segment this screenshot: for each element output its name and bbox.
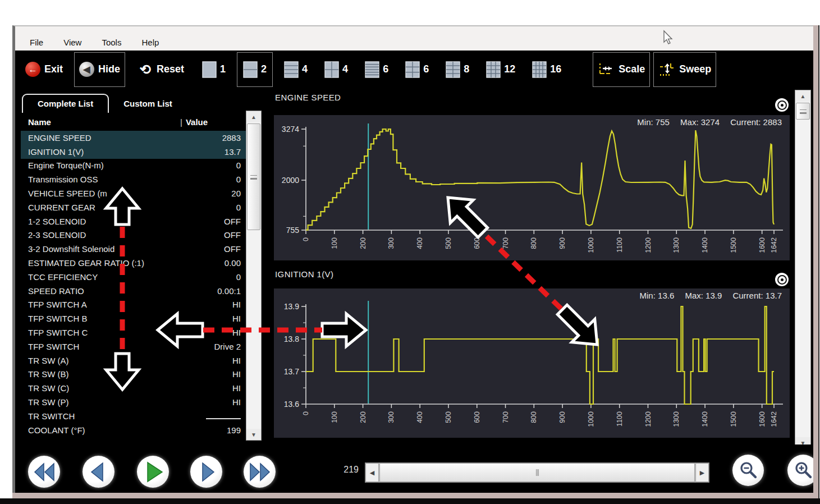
- scroll-down-icon[interactable]: ▼: [246, 429, 261, 440]
- table-row[interactable]: TR SW (P)HI: [21, 395, 246, 409]
- rewind-button[interactable]: [28, 456, 60, 488]
- scroll-right-icon[interactable]: ▶: [695, 463, 709, 482]
- tab-complete-list[interactable]: Complete List: [22, 94, 109, 113]
- table-row[interactable]: TCC EFFICIENCY0: [21, 270, 246, 284]
- x-tick-label: 600: [473, 237, 481, 249]
- y-tick-label: 13.7: [284, 367, 299, 376]
- grid-4x1-icon: [284, 61, 299, 78]
- table-row[interactable]: TFP SWITCH CHI: [21, 326, 246, 340]
- layout-button-label: 2: [261, 63, 267, 75]
- table-row[interactable]: IGNITION 1(V)13.7: [21, 145, 246, 159]
- layout-6-pane-button-4[interactable]: 6: [359, 53, 394, 86]
- param-name: ENGINE SPEED: [21, 133, 222, 143]
- x-tick-label: 500: [445, 237, 452, 249]
- table-row[interactable]: TR SW (B)HI: [21, 368, 246, 382]
- param-name: ESTIMATED GEAR RATIO (:1): [21, 258, 225, 268]
- menu-items: FileViewToolsHelp: [15, 38, 159, 51]
- play-button[interactable]: [137, 456, 169, 488]
- y-tick-label: 13.9: [284, 302, 299, 311]
- record-button[interactable]: [775, 98, 789, 112]
- table-row[interactable]: TFP SWITCHDrive 2: [21, 340, 246, 354]
- step-forward-button[interactable]: [190, 456, 222, 488]
- layout-2-pane-button-1[interactable]: 2: [237, 52, 273, 87]
- tab-custom-list[interactable]: Custom List: [109, 95, 187, 113]
- engine-speed-chart[interactable]: Min: 755 Max: 3274 Current: 288332742000…: [274, 115, 790, 260]
- timeline-scrollbar-thumb[interactable]: [379, 463, 695, 482]
- table-row[interactable]: 2-3 SOLENOIDOFF: [21, 228, 246, 242]
- grid-4x2-icon: [446, 61, 460, 78]
- x-tick-label: 800: [530, 411, 538, 423]
- x-tick-label: 900: [558, 237, 566, 249]
- list-scrollbar-thumb[interactable]: [247, 123, 261, 230]
- record-dot-icon: [777, 275, 787, 285]
- data-trace: [306, 306, 774, 404]
- table-row[interactable]: 1-2 SOLENOIDOFF: [21, 214, 246, 228]
- param-value: HI: [232, 397, 246, 407]
- table-row[interactable]: CURRENT GEAR0: [21, 200, 246, 214]
- x-tick-label: 1300: [672, 237, 680, 253]
- scroll-up-icon[interactable]: ▲: [246, 111, 261, 122]
- exit-button[interactable]: ← Exit: [21, 53, 67, 86]
- grid-2x2-icon: [324, 61, 339, 78]
- param-value: 199: [227, 425, 246, 435]
- reset-button[interactable]: ⟲ Reset: [133, 53, 189, 86]
- scroll-up-icon[interactable]: ▲: [795, 90, 810, 102]
- column-header-value: |Value: [180, 117, 208, 127]
- menu-item-help[interactable]: Help: [141, 38, 159, 47]
- column-header-value-label: Value: [186, 117, 208, 127]
- param-value: HI: [232, 383, 246, 393]
- hide-arrow-icon: ◀: [79, 62, 94, 77]
- fast-forward-button[interactable]: [244, 456, 276, 488]
- x-tick-label: 1200: [644, 237, 652, 253]
- table-row[interactable]: Transmission OSS0: [21, 172, 246, 186]
- ignition-chart[interactable]: Min: 13.6 Max: 13.9 Current: 13.713.913.…: [274, 288, 790, 438]
- layout-16-pane-button-8[interactable]: 16: [526, 53, 567, 86]
- timeline-scrollbar[interactable]: ◀ ▶: [365, 462, 709, 483]
- engine-speed-chart-panel: Min: 755 Max: 3274 Current: 288332742000…: [274, 115, 790, 260]
- layout-6-pane-button-5[interactable]: 6: [400, 53, 434, 86]
- table-row[interactable]: TR SW (A)HI: [21, 354, 246, 368]
- layout-12-pane-button-7[interactable]: 12: [480, 53, 521, 86]
- table-row[interactable]: Engine Torque(N-m)0: [21, 159, 246, 173]
- table-row[interactable]: TFP SWITCH AHI: [21, 298, 246, 312]
- table-row[interactable]: TR SWITCH: [21, 409, 246, 423]
- table-row[interactable]: COOLANT (°F)199: [21, 423, 246, 437]
- param-name: TFP SWITCH B: [21, 314, 232, 323]
- table-row[interactable]: TR SW (C)HI: [21, 381, 246, 395]
- table-row[interactable]: VEHICLE SPEED (m20: [21, 186, 246, 200]
- menu-item-tools[interactable]: Tools: [102, 38, 121, 47]
- y-tick-label: 13.6: [284, 400, 299, 409]
- param-value-line: [206, 413, 241, 419]
- sweep-button[interactable]: Sweep: [653, 52, 716, 87]
- record-button[interactable]: [775, 273, 789, 286]
- param-name: TR SW (A): [21, 356, 232, 365]
- chart-area-scrollbar[interactable]: ▲ ▼: [795, 90, 811, 449]
- layout-button-label: 12: [504, 63, 515, 75]
- hide-button[interactable]: ◀ Hide: [74, 52, 125, 87]
- grid-1x1-icon: [202, 61, 217, 78]
- menu-item-file[interactable]: File: [30, 38, 43, 47]
- chart-title: ENGINE SPEED: [275, 93, 341, 102]
- chart-scrollbar-thumb[interactable]: [796, 103, 810, 120]
- x-tick-label: 1400: [701, 411, 709, 427]
- table-row[interactable]: ENGINE SPEED2883: [21, 131, 246, 145]
- zoom-out-button[interactable]: [732, 455, 764, 486]
- param-name: TFP SWITCH A: [21, 300, 232, 309]
- param-value: HI: [232, 300, 246, 309]
- layout-1-pane-button-0[interactable]: 1: [196, 53, 231, 86]
- parameter-table: ENGINE SPEED2883IGNITION 1(V)13.7Engine …: [21, 131, 246, 437]
- scroll-left-icon[interactable]: ◀: [365, 463, 379, 482]
- list-scrollbar[interactable]: ▲ ▼: [246, 111, 262, 441]
- table-row[interactable]: ESTIMATED GEAR RATIO (:1)0.00: [21, 256, 246, 270]
- x-tick-label: 700: [502, 411, 510, 423]
- layout-8-pane-button-6[interactable]: 8: [440, 53, 475, 86]
- layout-4-pane-button-3[interactable]: 4: [319, 53, 354, 86]
- table-row[interactable]: TFP SWITCH BHI: [21, 311, 246, 326]
- layout-4-pane-button-2[interactable]: 4: [278, 53, 313, 86]
- table-row[interactable]: SPEED RATIO0.00:1: [21, 284, 246, 298]
- chart-stats: Min: 755 Max: 3274 Current: 2883: [637, 117, 782, 127]
- step-back-button[interactable]: [83, 456, 114, 488]
- menu-item-view[interactable]: View: [63, 38, 81, 47]
- table-row[interactable]: 3-2 Downshift SolenoidOFF: [21, 242, 246, 256]
- scale-button[interactable]: Scale: [593, 52, 650, 87]
